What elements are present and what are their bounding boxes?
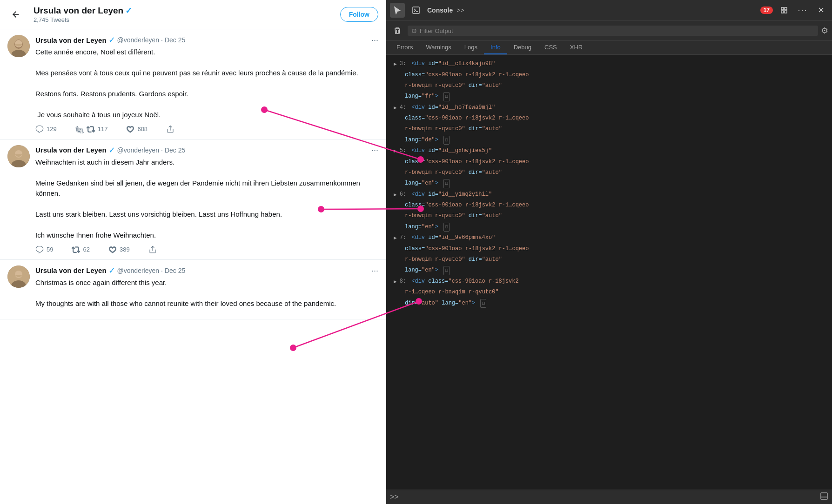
tweet-3-verified: ✓: [108, 265, 115, 276]
tweet-2-like-count: 389: [120, 246, 130, 253]
avatar-image-2: [7, 145, 30, 167]
more-icon: ···: [798, 6, 807, 15]
tweet-1-more-button[interactable]: ···: [371, 36, 378, 44]
back-button[interactable]: [7, 6, 24, 23]
node-expand-3[interactable]: ☐: [443, 92, 450, 101]
tweet-2-share-button[interactable]: [148, 245, 157, 254]
tweet-3-name: Ursula von der Leyen: [35, 266, 107, 274]
tag-8: <div: [411, 277, 425, 286]
clear-output-button[interactable]: [390, 23, 405, 38]
dock-icon: [820, 492, 828, 502]
entry-num-3: 3:: [400, 60, 406, 68]
tab-errors[interactable]: Errors: [390, 41, 419, 54]
resize-panel-button[interactable]: [777, 3, 792, 18]
settings-button[interactable]: ⚙: [821, 26, 828, 36]
tag-6: <div: [411, 190, 425, 199]
avatar-image-1: [7, 35, 30, 57]
expand-arrow-3[interactable]: ▶: [394, 60, 397, 69]
filter-input[interactable]: [420, 27, 814, 34]
tweet-1-retweet-button[interactable]: 117: [75, 125, 108, 133]
avatar-3: [7, 265, 30, 288]
tag-3: <div: [411, 60, 425, 68]
console-entry-7d: lang="en"> ☐: [386, 265, 832, 276]
expand-arrow-6[interactable]: ▶: [394, 191, 397, 199]
header-info: Ursula von der Leyen ✓ 2,745 Tweets: [34, 6, 340, 23]
tweet-2-actions: 59 62 389: [35, 245, 378, 254]
follow-button[interactable]: Follow: [340, 7, 378, 22]
error-badge: 17: [760, 7, 773, 14]
more-options-button[interactable]: ···: [795, 3, 810, 18]
tweet-1-share-button[interactable]: [166, 125, 174, 133]
node-expand-5[interactable]: ☐: [443, 179, 450, 188]
expand-arrow-8[interactable]: ▶: [394, 278, 397, 286]
reply-icon-2: [35, 245, 44, 254]
tab-debug[interactable]: Debug: [507, 41, 538, 54]
devtools-panel: Console >> 17 ··· ✕: [386, 0, 832, 504]
tag-4: <div: [411, 103, 425, 112]
tweet-1-content: Ursula von der Leyen ✓ @vonderleyen · De…: [35, 35, 378, 133]
devtools-filterbar: ⊙ ⚙: [386, 21, 832, 41]
tweet-3-text: Christmas is once again different this y…: [35, 278, 378, 309]
tweet-3-content: Ursula von der Leyen ✓ @vonderleyen · De…: [35, 265, 378, 314]
tweet-1-text: Cette année encore, Noël est différent. …: [35, 47, 378, 120]
tweet-1-reply-count: 129: [47, 126, 57, 133]
tab-xhr[interactable]: XHR: [564, 41, 589, 54]
entry-num-4: 4:: [400, 103, 406, 112]
console-entry-3d: lang="fr"> ☐: [386, 91, 832, 102]
heart-icon: [126, 125, 134, 133]
console-tool-button[interactable]: [409, 3, 423, 18]
console-entry-5c: r-bnwqim r-qvutc0" dir="auto": [386, 167, 832, 178]
console-entry-5: ▶ 5: <div id="id__gxhwjiea5j": [386, 146, 832, 157]
devtools-toolbar: Console >> 17 ··· ✕: [386, 0, 832, 21]
tweet-2-more-button[interactable]: ···: [371, 146, 378, 154]
tweet-3: Ursula von der Leyen ✓ @vonderleyen · De…: [0, 260, 386, 320]
tab-css[interactable]: CSS: [538, 41, 564, 54]
bottom-chevron: >>: [390, 493, 399, 501]
tweet-2-retweet-button[interactable]: 62: [72, 245, 89, 254]
console-entry-7b: class="css-901oao r-18jsvk2 r-1…cqeeo: [386, 244, 832, 254]
share-icon-2: [148, 245, 157, 254]
tab-logs[interactable]: Logs: [458, 41, 484, 54]
expand-arrow-7[interactable]: ▶: [394, 234, 397, 243]
cursor-icon: [393, 6, 402, 14]
verified-badge: ✓: [125, 6, 132, 16]
tweet-1-header: Ursula von der Leyen ✓ @vonderleyen · De…: [35, 35, 378, 45]
retweet-icon-2: [72, 245, 80, 254]
devtools-title: Console: [427, 7, 453, 14]
tweet-2-text: Weihnachten ist auch in diesem Jahr ande…: [35, 157, 378, 241]
tweet-1-retweet-count: 117: [98, 126, 108, 133]
tweet-1: Ursula von der Leyen ✓ @vonderleyen · De…: [0, 29, 386, 139]
console-entry-4b: class="css-901oao r-18jsvk2 r-1…cqeeo: [386, 113, 832, 124]
tweet-3-more-button[interactable]: ···: [371, 266, 378, 275]
tweet-1-like-button[interactable]: 608: [126, 125, 148, 133]
tab-warnings[interactable]: Warnings: [419, 41, 457, 54]
tab-info[interactable]: Info: [484, 41, 507, 54]
entry-num-5: 5:: [400, 146, 406, 155]
cursor-tool-button[interactable]: [390, 3, 405, 18]
corner-resize-icon: [820, 492, 828, 500]
tweet-2-like-button[interactable]: 389: [108, 245, 130, 254]
console-entry-8c: dir="auto" lang="en"> ☐: [386, 298, 832, 309]
tweet-1-handle: @vonderleyen: [117, 36, 160, 44]
tweet-1-actions: 129 117 608: [35, 125, 378, 133]
tweet-2-user: Ursula von der Leyen ✓ @vonderleyen · De…: [35, 145, 185, 155]
tweet-2-retweet-count: 62: [83, 246, 89, 253]
console-entry-7: ▶ 7: <div id="id__9v66pmna4xo": [386, 232, 832, 244]
close-devtools-button[interactable]: ✕: [814, 3, 828, 17]
devtools-chevron: >>: [456, 7, 464, 14]
tweet-2-name: Ursula von der Leyen: [35, 146, 107, 154]
retweet-icon-alt: [87, 125, 95, 133]
avatar-image-3: [7, 265, 30, 288]
expand-arrow-5[interactable]: ▶: [394, 147, 397, 156]
tweet-1-name: Ursula von der Leyen: [35, 36, 107, 44]
avatar-1: [7, 35, 30, 57]
tweet-1-reply-button[interactable]: 129: [35, 125, 57, 133]
node-expand-6[interactable]: ☐: [443, 223, 450, 232]
node-expand-4[interactable]: ☐: [443, 136, 450, 145]
expand-arrow-4[interactable]: ▶: [394, 104, 397, 113]
node-expand-8[interactable]: ☐: [480, 299, 486, 308]
tweet-2-verified: ✓: [108, 145, 115, 155]
trash-icon: [393, 27, 402, 35]
node-expand-7[interactable]: ☐: [443, 266, 450, 275]
tweet-2-reply-button[interactable]: 59: [35, 245, 53, 254]
